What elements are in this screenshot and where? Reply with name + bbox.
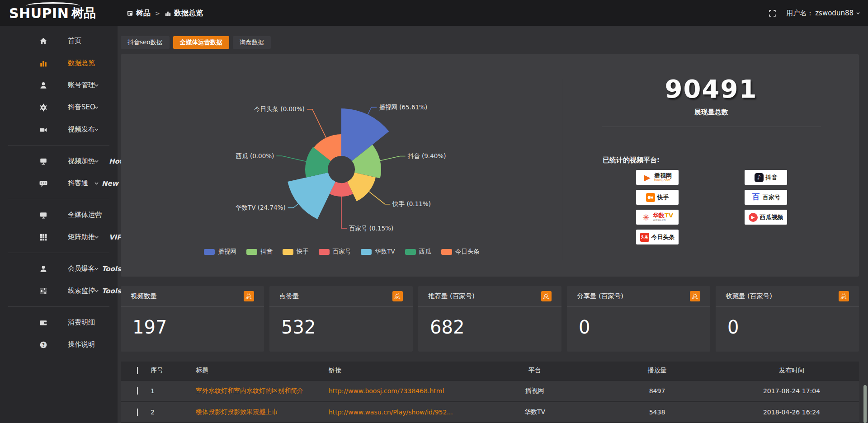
rose-pie-chart[interactable]: 播视网 (65.61%)抖音 (9.40%)快手 (0.11%)百家号 (0.1…	[121, 54, 563, 253]
breadcrumb-item-current[interactable]: 数据总览	[165, 9, 203, 18]
card-favorites: 收藏量 (百家号)总 0	[716, 286, 859, 352]
legend-item[interactable]: 快手	[283, 248, 309, 256]
chart-legend: 播视网 抖音 快手 百家号 华数TV 西瓜 今日头条	[121, 248, 563, 256]
sidebar-item-home[interactable]: 首页	[0, 30, 118, 52]
row-checkbox[interactable]	[137, 387, 138, 395]
cell-publish-time: 2017-08-24 17:04	[724, 387, 859, 395]
total-badge[interactable]: 总	[690, 291, 700, 301]
page-scrollbar-thumb[interactable]	[863, 385, 867, 423]
platform-wasu[interactable]: ✳ 华数TV wasu.cn	[636, 210, 679, 225]
pie-label-line	[288, 204, 298, 208]
legend-label: 快手	[297, 248, 309, 256]
tools-badge: Tools	[102, 287, 121, 295]
tab-inquiry-data[interactable]: 询盘数据	[233, 36, 271, 49]
select-all-checkbox[interactable]	[137, 367, 138, 374]
cell-seq: 1	[144, 387, 189, 395]
fullscreen-icon[interactable]	[769, 9, 776, 17]
sidebar-item-video-heat[interactable]: 视频加热 Hot	[0, 150, 118, 172]
chevron-down-icon	[94, 212, 99, 218]
summary-panel: 90491 展现量总数 已统计的视频平台: ▶ 播视网boosj.com 快手 …	[563, 54, 859, 277]
card-value: 532	[269, 307, 413, 338]
legend-label: 抖音	[260, 248, 273, 256]
breadcrumb-label: 数据总览	[174, 9, 203, 18]
pie-label: 抖音 (9.40%)	[408, 152, 446, 160]
cell-url-link[interactable]: http://www.boosj.com/7338468.html	[322, 387, 480, 395]
summary-divider	[602, 127, 821, 127]
breadcrumb: 树品 > 数据总览	[127, 0, 203, 26]
col-title: 标题	[189, 367, 322, 375]
platform-baijiahao[interactable]: 百 百家号	[745, 190, 787, 205]
sidebar-item-spending-details[interactable]: 消费明细	[0, 311, 118, 334]
breadcrumb-item-home[interactable]: 树品	[127, 9, 151, 18]
legend-swatch	[441, 249, 452, 255]
cell-plays: 5438	[590, 409, 724, 416]
platform-toutiao[interactable]: 头条 今日头条	[636, 230, 679, 244]
card-value: 0	[716, 307, 859, 338]
pie-label: 华数TV (24.74%)	[236, 204, 286, 211]
user-zone: 用户名：zswodun88	[769, 0, 861, 26]
platforms-label: 已统计的视频平台:	[603, 156, 660, 164]
wasu-logo-icon: ✳	[642, 213, 651, 222]
chevron-down-icon	[94, 127, 99, 132]
table-row: 2 楼体投影灯投影效果震撼上市 http://www.wasu.cn/Play/…	[121, 401, 859, 422]
legend-item[interactable]: 播视网	[204, 248, 236, 256]
sidebar-item-member-baoke[interactable]: 会员爆客 Tools	[0, 258, 118, 280]
legend-item[interactable]: 今日头条	[441, 248, 480, 256]
total-badge[interactable]: 总	[839, 291, 849, 301]
sidebar-item-matrix-boost[interactable]: 矩阵助推 VIP	[0, 226, 118, 248]
toutiao-logo-icon: 头条	[640, 233, 649, 242]
cell-title-link[interactable]: 室外水纹灯和室内水纹灯的区别和简介	[189, 387, 322, 395]
sidebar-item-media-operations[interactable]: 全媒体运营	[0, 204, 118, 226]
legend-swatch	[405, 249, 416, 255]
cell-url-link[interactable]: http://www.wasu.cn/Play/show/id/952...	[322, 409, 480, 416]
total-badge[interactable]: 总	[541, 291, 552, 301]
wallet-icon	[39, 318, 48, 327]
legend-item[interactable]: 百家号	[319, 248, 351, 256]
pie-slice[interactable]	[288, 173, 335, 219]
pie-slice[interactable]	[347, 173, 376, 202]
col-link: 链接	[322, 367, 480, 375]
legend-item[interactable]: 华数TV	[361, 248, 395, 256]
sidebar-item-help[interactable]: ? 操作说明	[0, 334, 118, 356]
monitor-icon	[39, 211, 48, 220]
sidebar-item-douyin-seo[interactable]: 抖音SEO	[0, 96, 118, 118]
tab-douyin-seo-data[interactable]: 抖音seo数据	[121, 36, 170, 49]
legend-swatch	[204, 249, 215, 255]
screen-play-icon	[39, 157, 48, 166]
cell-publish-time: 2018-04-26 16:24	[724, 409, 859, 416]
chevron-down-icon	[855, 10, 861, 16]
data-tabs: 抖音seo数据 全媒体运营数据 询盘数据	[121, 36, 271, 49]
pie-label-line	[380, 156, 406, 160]
pie-label: 快手 (0.11%)	[392, 200, 431, 207]
tab-media-operation-data[interactable]: 全媒体运营数据	[173, 36, 230, 49]
chevron-down-icon	[94, 104, 99, 110]
platform-xigua[interactable]: ▶ 西瓜视频	[745, 210, 787, 225]
sidebar-item-account-management[interactable]: 账号管理	[0, 74, 118, 96]
chevron-down-icon	[94, 180, 99, 186]
sidebar-item-leads-monitor[interactable]: 线索监控 Tools	[0, 280, 118, 302]
username-menu[interactable]: 用户名：zswodun88	[786, 9, 861, 18]
sidebar-item-doukezhong[interactable]: 抖客通 New	[0, 172, 118, 194]
row-checkbox[interactable]	[137, 409, 138, 416]
video-camera-icon	[39, 125, 48, 134]
total-badge[interactable]: 总	[392, 291, 403, 301]
app-logo[interactable]: SHUPIN 树品	[9, 4, 108, 22]
sliders-icon	[39, 287, 48, 296]
legend-item[interactable]: 抖音	[246, 248, 273, 256]
total-badge[interactable]: 总	[244, 291, 254, 301]
douyin-logo-icon: ♪	[755, 173, 764, 182]
col-plays: 播放量	[590, 367, 724, 375]
cell-title-link[interactable]: 楼体投影灯投影效果震撼上市	[189, 408, 322, 416]
platform-column-right: ♪ 抖音 百 百家号 ▶ 西瓜视频	[745, 170, 787, 225]
card-value: 0	[567, 307, 710, 338]
sidebar-item-video-publish[interactable]: 视频发布	[0, 118, 118, 141]
logo-arc-decoration	[26, 2, 80, 9]
platform-douyin[interactable]: ♪ 抖音	[745, 170, 787, 185]
col-seq: 序号	[144, 367, 189, 375]
chevron-down-icon	[94, 158, 99, 164]
sidebar-item-data-overview[interactable]: 数据总览	[0, 52, 118, 74]
platform-boosj[interactable]: ▶ 播视网boosj.com	[636, 170, 679, 185]
legend-item[interactable]: 西瓜	[405, 248, 431, 256]
platform-kuaishou[interactable]: 快手	[636, 190, 679, 205]
legend-swatch	[361, 249, 372, 255]
